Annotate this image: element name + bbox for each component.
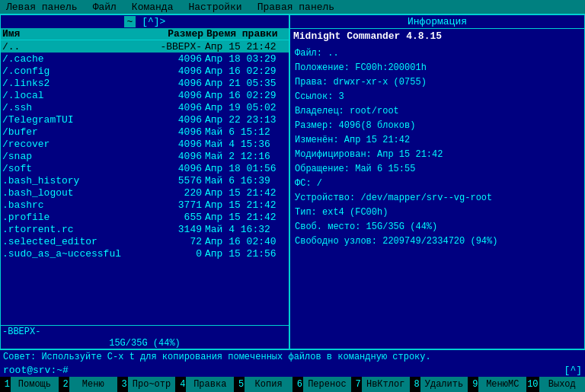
file-row[interactable]: /snap4096Май 2 12:16 — [1, 150, 289, 162]
fkey-5[interactable]: 5Копия — [234, 377, 292, 392]
tip-bar: Совет: Используйте C-x t для копирования… — [0, 349, 585, 364]
fkey-num: 4 — [175, 379, 186, 390]
info-line: Владелец: root/root — [295, 104, 580, 118]
file-size: 4096 — [150, 151, 203, 162]
fkey-3[interactable]: 3Про~отр — [117, 377, 176, 392]
fkey-label: Выход — [539, 377, 585, 392]
file-row[interactable]: /.cache4096Апр 18 03:29 — [1, 53, 289, 65]
file-name: .bash_logout — [2, 187, 150, 199]
file-name: /.. — [2, 41, 150, 53]
file-size: 220 — [150, 187, 203, 199]
fkeys-bar: 1Помощь2Меню3Про~отр4Правка5Копия6Перено… — [0, 377, 585, 392]
file-row[interactable]: /.links24096Апр 21 05:35 — [1, 77, 289, 89]
file-row[interactable]: /bufer4096Май 6 15:12 — [1, 126, 289, 138]
file-name: /soft — [2, 163, 150, 174]
fkey-10[interactable]: 10Выход — [526, 377, 585, 392]
file-name: /TelegramTUI — [2, 114, 150, 126]
fkey-4[interactable]: 4Правка — [175, 377, 234, 392]
file-date: Апр 21 05:35 — [203, 78, 287, 89]
file-date: Апр 15 21:42 — [203, 41, 287, 53]
panel-header: Имя Размер Время правки — [1, 28, 289, 40]
fkey-label: Меню — [69, 377, 117, 392]
file-date: Май 2 12:16 — [203, 151, 287, 162]
menu-right-panel[interactable]: Правая панель — [254, 2, 337, 13]
file-date: Май 6 15:12 — [203, 126, 287, 138]
file-name: .sudo_as_a~uccessful — [2, 248, 150, 260]
fkey-num: 10 — [526, 379, 539, 390]
fkey-6[interactable]: 6Перенос — [292, 377, 351, 392]
file-date: Апр 18 01:56 — [203, 163, 287, 174]
info-line: Права: drwxr-xr-x (0755) — [295, 75, 580, 89]
menu-command[interactable]: Команда — [129, 2, 177, 13]
fkey-label: Копия — [245, 377, 292, 392]
fkey-label: Перенос — [303, 377, 351, 392]
fkey-num: 5 — [234, 379, 245, 390]
file-name: .rtorrent.rc — [2, 224, 150, 235]
file-row[interactable]: /TelegramTUI4096Апр 22 23:13 — [1, 113, 289, 126]
file-size: 0 — [150, 248, 203, 260]
file-row[interactable]: /recover4096Май 4 15:36 — [1, 138, 289, 150]
fkey-num: 8 — [410, 379, 420, 390]
file-row[interactable]: /.local4096Апр 16 02:29 — [1, 89, 289, 101]
col-header-name: Имя — [1, 28, 152, 40]
file-date: Апр 18 03:29 — [203, 53, 287, 65]
file-size: 4096 — [150, 102, 203, 113]
file-row[interactable]: /.config4096Апр 16 02:29 — [1, 65, 289, 77]
left-panel: ~ [^]> Имя Размер Время правки /..-ВВEPX… — [0, 14, 289, 349]
file-date: Апр 16 02:29 — [203, 65, 287, 77]
file-date: Май 4 15:36 — [203, 139, 287, 150]
fkey-num: 3 — [117, 379, 128, 390]
fkey-label: Правка — [186, 377, 234, 392]
file-name: /.cache — [2, 53, 150, 65]
fkey-9[interactable]: 9МенюМС — [468, 377, 526, 392]
menu-file[interactable]: Файл — [90, 2, 120, 13]
menu-settings[interactable]: Настройки — [185, 2, 245, 13]
file-name: /recover — [2, 139, 150, 150]
fkey-num: 6 — [292, 379, 303, 390]
file-row[interactable]: /soft4096Апр 18 01:56 — [1, 162, 289, 174]
file-row[interactable]: .bash_history5576Май 6 16:39 — [1, 174, 289, 186]
info-line: Свободно узлов: 2209749/2334720 (94%) — [295, 234, 580, 248]
file-row[interactable]: .selected_editor72Апр 16 02:40 — [1, 235, 289, 247]
file-date: Апр 16 02:29 — [203, 90, 287, 101]
file-date: Апр 15 21:42 — [203, 212, 287, 223]
file-size: 4096 — [150, 139, 203, 150]
file-row[interactable]: .rtorrent.rc3149Май 4 16:32 — [1, 223, 289, 235]
file-size: 5576 — [150, 175, 203, 186]
col-header-size: Размер — [152, 28, 205, 40]
file-size: -ВВEPX- — [150, 41, 203, 53]
file-date: Апр 15 21:42 — [203, 187, 287, 199]
fkey-label: Удалить — [420, 377, 468, 392]
fkey-7[interactable]: 7НвКтлог — [351, 377, 410, 392]
file-name: .bashrc — [2, 199, 150, 211]
file-row[interactable]: .bashrc3771Апр 15 21:42 — [1, 199, 289, 211]
file-row[interactable]: /.ssh4096Апр 19 05:02 — [1, 101, 289, 113]
cmdline-prompt: root@srv:~# — [3, 365, 69, 376]
info-line: Тип: ext4 (FC00h) — [295, 206, 580, 219]
home-button[interactable]: ~ — [124, 16, 136, 27]
main-area: ~ [^]> Имя Размер Время правки /..-ВВEPX… — [0, 14, 585, 349]
file-name: .selected_editor — [2, 236, 150, 247]
left-panel-title: ~ [^]> — [1, 15, 289, 28]
file-size: 4096 — [150, 126, 203, 138]
fkey-2[interactable]: 2Меню — [59, 377, 117, 392]
file-name: .profile — [2, 212, 150, 223]
info-line: Своб. место: 15G/35G (44%) — [295, 220, 580, 234]
file-row[interactable]: .profile655Апр 15 21:42 — [1, 211, 289, 223]
file-date: Апр 15 21:42 — [203, 199, 287, 211]
menu-left-panel[interactable]: Левая панель — [3, 2, 81, 13]
fkey-8[interactable]: 8Удалить — [410, 377, 468, 392]
file-row[interactable]: .bash_logout220Апр 15 21:42 — [1, 186, 289, 199]
file-name: /.links2 — [2, 78, 150, 89]
fkey-1[interactable]: 1Помощь — [0, 377, 59, 392]
file-date: Апр 19 05:02 — [203, 102, 287, 113]
info-line: Ссылок: 3 — [295, 90, 580, 104]
file-size: 72 — [150, 236, 203, 247]
file-size: 3149 — [150, 224, 203, 235]
menubar: Левая панель Файл Команда Настройки Прав… — [0, 0, 585, 14]
fkey-label: Помощь — [11, 377, 59, 392]
left-panel-nav: [^]> — [142, 16, 165, 27]
file-row[interactable]: /..-ВВEPX-Апр 15 21:42 — [1, 40, 289, 53]
file-row[interactable]: .sudo_as_a~uccessful0Апр 15 21:56 — [1, 247, 289, 260]
fkey-label: Про~отр — [128, 377, 176, 392]
